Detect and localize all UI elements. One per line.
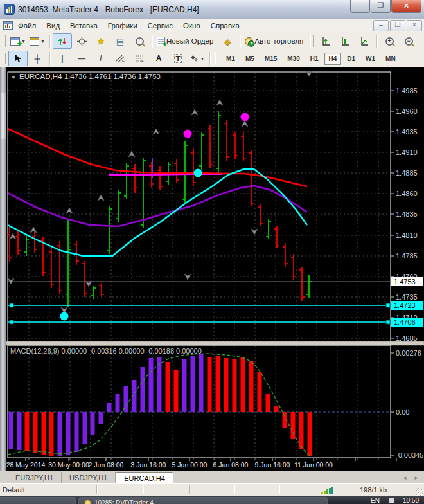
system-tray[interactable]: EN 10:50 (371, 497, 419, 504)
time-axis-label: 11 Jun 00:00 (294, 461, 333, 469)
left-scrollbar[interactable] (0, 67, 6, 483)
list-icon: ▤ (116, 37, 124, 46)
new-chart-button[interactable]: + ▼ (8, 33, 28, 49)
timeframe-button-MN[interactable]: MN (381, 53, 400, 65)
vertical-line-button[interactable]: | (53, 51, 72, 66)
menu-item-Вставка[interactable]: Вставка (65, 20, 103, 32)
level-handle[interactable] (10, 320, 13, 324)
mdi-close-button[interactable]: × (407, 20, 422, 32)
timeframe-button-M5[interactable]: M5 (241, 53, 259, 65)
window-title: 3014953: MetaTrader 4 - RoboForex - [EUR… (18, 5, 199, 14)
fibonacci-icon: F (135, 54, 145, 63)
toolbar-grip[interactable] (3, 35, 6, 47)
toolbar-separator (376, 35, 377, 48)
templates-button[interactable]: ★ (91, 33, 110, 49)
crosshair-tool-button[interactable]: ┼ (28, 51, 47, 66)
crosshair-button[interactable] (72, 33, 91, 49)
data-window-button[interactable]: ▤ (110, 33, 130, 49)
macd-histogram-bar (17, 412, 22, 450)
mdi-restore-button[interactable]: ❐ (390, 20, 405, 32)
window-close-button[interactable]: × (391, 0, 421, 13)
macd-histogram-bar (182, 359, 187, 412)
new-order-button[interactable]: + Новый Ордер (155, 33, 218, 49)
level-handle[interactable] (386, 303, 390, 307)
toolbar-separator (152, 35, 152, 48)
star-icon: ★ (97, 36, 105, 46)
zoom-out-button[interactable]: − (399, 33, 418, 49)
menu-item-Сервис[interactable]: Сервис (143, 20, 178, 32)
timeframe-button-M30[interactable]: M30 (283, 53, 304, 65)
price-axis-label: 1.4935 (396, 128, 418, 136)
menu-item-Справка[interactable]: Справка (206, 20, 245, 32)
line-mode-button[interactable] (355, 33, 374, 49)
text-tool-button[interactable]: A (149, 51, 168, 66)
arrows-tool-button[interactable]: ▼ (188, 51, 207, 66)
label-tool-button[interactable]: T (168, 51, 188, 66)
timeframe-button-H1[interactable]: H1 (306, 53, 323, 65)
menu-item-Графики[interactable]: Графики (103, 20, 143, 32)
label-tool-icon: T (174, 54, 182, 63)
mdi-minimize-button[interactable]: – (373, 20, 389, 32)
axis-up-icon (321, 37, 330, 46)
app-icon (4, 4, 15, 15)
menu-item-Файл[interactable]: Файл (13, 20, 41, 32)
timeframe-button-H4[interactable]: H4 (324, 53, 342, 65)
trendline-button[interactable]: / (91, 51, 110, 66)
zoom-in-icon: + (385, 37, 394, 46)
resize-grip[interactable] (416, 488, 423, 496)
timeframe-button-M1[interactable]: M1 (222, 53, 240, 65)
level-handle[interactable] (10, 303, 13, 307)
clock[interactable]: 10:50 (403, 497, 419, 504)
tray-icon (389, 498, 394, 503)
chart-tab-USDJPY,H1[interactable]: USDJPY,H1 (62, 472, 116, 483)
horizontal-line-button[interactable]: — (72, 51, 91, 66)
tick-chart-button[interactable] (53, 33, 72, 49)
menu-item-Окно[interactable]: Окно (178, 20, 206, 32)
macd-label: MACD(12,26,9) 0.00000 -0.00316 0.00000 -… (10, 347, 202, 355)
indicators-button[interactable]: ◆ (218, 33, 237, 49)
level-handle[interactable] (386, 320, 390, 324)
macd-histogram-bar (107, 403, 112, 412)
toolbar-grip[interactable] (215, 53, 218, 64)
tab-scroll-arrows[interactable]: ◄ ► (402, 475, 421, 481)
taskbar-button-app[interactable]: 10285: RVDTrader 4 (78, 497, 328, 504)
menu-bar: ФайлВидВставкаГрафикиСервисОкноСправка –… (0, 19, 424, 33)
zoom-in-button[interactable]: + (380, 33, 399, 49)
price-axis-label: 1.4785 (396, 252, 418, 260)
toolbar-separator (49, 35, 50, 48)
scrollbar-thumb[interactable] (1, 93, 6, 139)
window-separator[interactable] (6, 341, 424, 345)
bar-chart-mode-button[interactable] (316, 33, 335, 49)
channel-button[interactable]: E (110, 51, 130, 66)
candle-mode-button[interactable] (335, 33, 355, 49)
market-watch-button[interactable] (130, 33, 149, 49)
ma-magenta-line[interactable] (109, 174, 222, 175)
fibonacci-button[interactable]: F (130, 51, 149, 66)
timeframe-button-M15[interactable]: M15 (260, 53, 281, 65)
timeframe-button-W1[interactable]: W1 (361, 53, 380, 65)
language-indicator[interactable]: EN (371, 497, 380, 504)
window-minimize-button[interactable]: – (350, 0, 370, 13)
cursor-button[interactable] (8, 51, 28, 66)
taskbar-button-partial[interactable]: rader (0, 497, 76, 504)
auto-trading-button[interactable]: Авто-торговля (243, 33, 308, 49)
chart-tab-EURJPY,H1[interactable]: EURJPY,H1 (8, 472, 62, 483)
macd-histogram-bar (91, 412, 95, 435)
timeframe-button-D1[interactable]: D1 (342, 53, 360, 65)
macd-histogram-bar (241, 357, 245, 412)
price-chart[interactable]: 1.49851.49601.49351.49101.48851.48601.48… (6, 67, 424, 471)
profile-status[interactable]: Default (3, 486, 26, 494)
macd-histogram-bar (42, 412, 46, 455)
chart-window[interactable]: 1.49851.49601.49351.49101.48851.48601.48… (6, 67, 424, 471)
menu-item-Вид[interactable]: Вид (41, 20, 65, 32)
crosshair-icon: ┼ (34, 54, 40, 64)
chart-tab-EURCAD,H4[interactable]: EURCAD,H4 (116, 472, 173, 484)
toolbar-grip[interactable] (3, 53, 6, 64)
toolbar-grip[interactable] (310, 35, 314, 47)
macd-histogram-bar (208, 357, 212, 412)
chevron-down-icon: ▼ (40, 39, 45, 44)
profiles-button[interactable]: ▼ (28, 33, 47, 49)
window-restore-button[interactable]: ❐ (371, 0, 391, 13)
level-price-tag-text: 1.4723 (394, 302, 416, 309)
time-axis-label: 6 Jun 08:00 (213, 461, 249, 469)
